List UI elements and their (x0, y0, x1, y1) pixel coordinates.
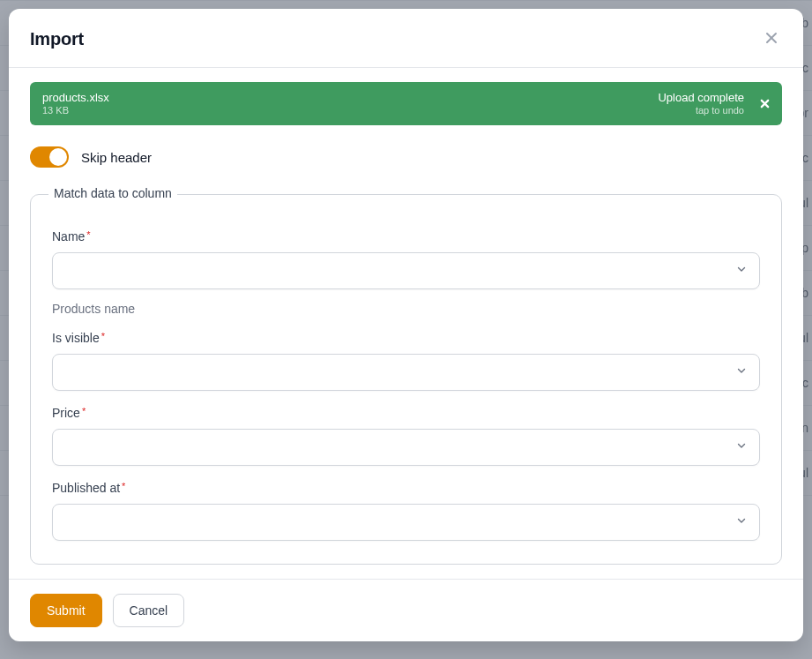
cancel-button[interactable]: Cancel (113, 594, 185, 627)
price-select-wrap (52, 429, 760, 466)
modal-title: Import (30, 29, 84, 49)
import-modal: Import products.xlsx 13 KB Upload comple… (9, 9, 803, 641)
published-at-select[interactable] (52, 504, 760, 541)
skip-header-row: Skip header (30, 146, 782, 168)
field-is-visible: Is visible* (52, 330, 760, 391)
submit-button[interactable]: Submit (30, 594, 102, 627)
name-label: Name* (52, 229, 91, 243)
is-visible-select-wrap (52, 354, 760, 391)
upload-status-bar: products.xlsx 13 KB Upload complete tap … (30, 82, 782, 125)
required-mark: * (122, 481, 125, 491)
required-mark: * (86, 229, 90, 240)
upload-filename: products.xlsx (42, 91, 109, 105)
field-published-at: Published at* (52, 480, 760, 541)
published-at-select-wrap (52, 504, 760, 541)
modal-header: Import (9, 9, 803, 68)
modal-body: products.xlsx 13 KB Upload complete tap … (9, 68, 803, 579)
published-at-label-text: Published at (52, 481, 120, 495)
field-name: Name* Products name (52, 228, 760, 316)
price-select[interactable] (52, 429, 760, 466)
name-hint: Products name (52, 302, 760, 316)
published-at-label: Published at* (52, 481, 125, 495)
upload-status: Upload complete tap to undo (658, 91, 744, 117)
upload-size: 13 KB (42, 105, 109, 117)
is-visible-select[interactable] (52, 354, 760, 391)
upload-undo-label[interactable]: tap to undo (696, 105, 744, 117)
field-price: Price* (52, 405, 760, 466)
toggle-knob (49, 148, 67, 166)
price-label-text: Price (52, 406, 80, 420)
fieldset-legend: Match data to column (48, 186, 177, 200)
is-visible-label-text: Is visible (52, 331, 100, 345)
upload-complete-label: Upload complete (658, 91, 744, 105)
close-icon (764, 30, 778, 48)
skip-header-label: Skip header (81, 150, 152, 165)
modal-footer: Submit Cancel (9, 579, 803, 641)
required-mark: * (82, 406, 86, 416)
required-mark: * (101, 331, 105, 341)
close-button[interactable] (761, 28, 782, 49)
name-select[interactable] (52, 252, 760, 289)
match-columns-fieldset: Match data to column Name* Products name… (30, 194, 782, 565)
name-label-text: Name (52, 229, 85, 243)
upload-file-info: products.xlsx 13 KB (42, 91, 109, 117)
price-label: Price* (52, 406, 86, 420)
upload-right: Upload complete tap to undo (658, 91, 770, 117)
dismiss-icon (760, 96, 770, 111)
upload-dismiss-button[interactable] (760, 97, 770, 111)
is-visible-label: Is visible* (52, 331, 105, 345)
name-select-wrap (52, 252, 760, 289)
skip-header-toggle[interactable] (30, 146, 69, 168)
